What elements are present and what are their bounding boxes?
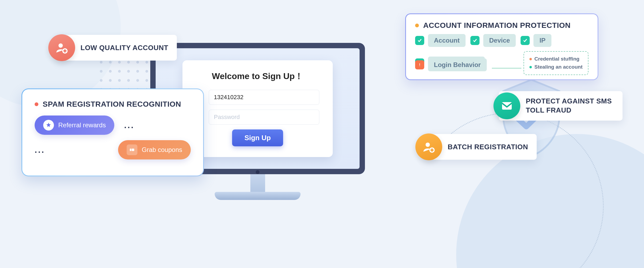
protect-sms-card: PROTECT AGAINST SMSTOLL FRAUD — [499, 91, 623, 121]
chip-login-behavior: Login Behavior — [415, 58, 487, 71]
check-icon — [415, 36, 424, 45]
signup-button[interactable]: Sign Up — [232, 129, 283, 146]
svg-rect-7 — [130, 148, 134, 151]
bullet-icon — [35, 102, 38, 106]
ellipsis-icon: ... — [124, 120, 134, 130]
chip-device: Device — [470, 34, 516, 47]
coupon-icon — [127, 144, 137, 155]
spam-panel-title: SPAM REGISTRATION RECOGNITION — [43, 100, 181, 109]
check-icon — [470, 36, 480, 45]
referral-rewards-pill: Referral rewards — [35, 116, 114, 135]
user-add-icon — [415, 133, 442, 160]
bullet-icon — [415, 24, 419, 27]
mail-icon — [493, 92, 520, 119]
low-quality-label: LOW QUALITY ACCOUNT — [80, 44, 168, 52]
check-icon — [521, 36, 530, 45]
username-input[interactable] — [209, 90, 319, 105]
spam-registration-panel: SPAM REGISTRATION RECOGNITION Referral r… — [21, 88, 204, 176]
svg-rect-4 — [502, 102, 512, 110]
password-input[interactable] — [209, 110, 319, 125]
info-panel-title: ACCOUNT INFORMATION PROTECTION — [423, 21, 571, 30]
batch-label: BATCH REGISTRATION — [448, 143, 528, 151]
warning-icon — [415, 60, 424, 69]
grab-coupons-pill: Grab coupons — [118, 140, 191, 159]
star-icon — [43, 120, 54, 131]
chip-account: Account — [415, 34, 466, 47]
svg-point-2 — [58, 43, 63, 48]
batch-registration-card: BATCH REGISTRATION — [423, 134, 537, 160]
user-add-icon — [48, 34, 75, 61]
svg-point-5 — [426, 143, 430, 147]
account-info-protection-panel: ACCOUNT INFORMATION PROTECTION Account D… — [405, 13, 598, 80]
signup-title: Welcome to Sign Up！ — [196, 70, 319, 82]
ellipsis-icon: ... — [35, 145, 45, 155]
signup-card: Welcome to Sign Up！ Sign Up — [182, 60, 333, 157]
protect-sms-label: PROTECT AGAINST SMSTOLL FRAUD — [526, 97, 612, 115]
threat-box: Credential stuffing Stealing an account — [524, 51, 588, 75]
low-quality-account-card: LOW QUALITY ACCOUNT — [56, 35, 177, 61]
chip-ip: IP — [521, 34, 551, 47]
